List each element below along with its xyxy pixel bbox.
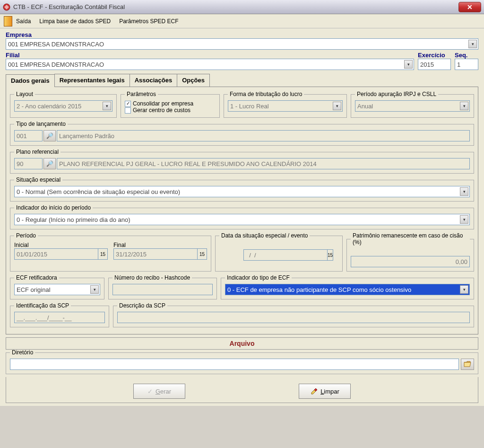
close-button[interactable]: ✕ bbox=[458, 2, 481, 12]
filial-value: 001 EMPRESA DEMONSTRACAO bbox=[8, 61, 104, 68]
situacao-value: 0 - Normal (Sem ocorrência de situação e… bbox=[17, 188, 180, 195]
patrimonio-input[interactable] bbox=[351, 256, 470, 267]
tab-opcoes[interactable]: Opções bbox=[177, 74, 210, 87]
calendar-icon: 15 bbox=[199, 252, 205, 257]
consolidar-label: Consolidar por empresa bbox=[133, 100, 193, 107]
calendar-icon: 15 bbox=[328, 253, 333, 258]
gerar-label-rest: erar bbox=[160, 388, 171, 395]
indicador-inicio-value: 0 - Regular (Início no primeiro dia do a… bbox=[17, 216, 130, 223]
gerar-button[interactable]: ✓ Gerar bbox=[133, 384, 185, 399]
limpar-label-rest: impar bbox=[324, 388, 339, 395]
periodo-apur-select[interactable]: Anual bbox=[355, 100, 470, 112]
close-icon: ✕ bbox=[467, 3, 473, 11]
indicador-tipo-select[interactable]: 0 - ECF de empresa não participante de S… bbox=[225, 284, 470, 295]
patrimonio-legend: Patrimônio remanescente em caso de cisão… bbox=[351, 232, 470, 246]
empresa-select[interactable]: 001 EMPRESA DEMONSTRACAO bbox=[6, 38, 478, 50]
titlebar: CTB - ECF - Escrituração Contábil Fiscal… bbox=[0, 0, 484, 14]
exit-icon[interactable] bbox=[4, 16, 12, 26]
indicador-inicio-select[interactable]: 0 - Regular (Início no primeiro dia do a… bbox=[14, 214, 470, 225]
numero-recibo-legend: Número do recibo - Hashcode bbox=[112, 274, 192, 281]
indicador-tipo-value: 0 - ECF de empresa não participante de S… bbox=[227, 286, 411, 293]
periodo-final-input[interactable] bbox=[113, 248, 198, 260]
situacao-legend: Situação especial bbox=[14, 176, 62, 183]
empresa-value: 001 EMPRESA DEMONSTRACAO bbox=[8, 41, 104, 48]
seq-label: Seq. bbox=[455, 52, 478, 59]
menubar: Saída Limpa base de dados SPED Parâmetro… bbox=[0, 14, 484, 28]
content-area: Empresa 001 EMPRESA DEMONSTRACAO Filial … bbox=[0, 28, 484, 406]
gerar-centro-label: Gerar centro de custos bbox=[133, 107, 190, 114]
situacao-select[interactable]: 0 - Normal (Sem ocorrência de situação e… bbox=[14, 186, 470, 197]
tab-representantes[interactable]: Representantes legais bbox=[54, 74, 130, 87]
tab-panel-dados: Layout 2 - Ano calendário 2015 Parâmetro… bbox=[6, 87, 478, 334]
tipo-lanc-legend: Tipo de lançamento bbox=[14, 121, 68, 127]
calendar-icon: 15 bbox=[100, 252, 105, 257]
empresa-label: Empresa bbox=[6, 31, 478, 38]
app-icon bbox=[3, 3, 10, 11]
plano-ref-code[interactable] bbox=[14, 158, 43, 169]
periodo-apur-legend: Período apuração IRPJ e CSLL bbox=[355, 91, 438, 97]
diretorio-browse-button[interactable] bbox=[461, 359, 474, 370]
layout-legend: Layout bbox=[14, 91, 35, 97]
binoculars-icon: 🔎 bbox=[46, 132, 53, 139]
indicador-tipo-legend: Indicador do tipo de ECF bbox=[225, 274, 292, 281]
id-scp-legend: Identificação da SCP bbox=[14, 302, 71, 309]
window-title: CTB - ECF - Escrituração Contábil Fiscal bbox=[13, 3, 125, 10]
forma-trib-value: 1 - Lucro Real bbox=[230, 103, 269, 110]
seq-input[interactable] bbox=[455, 59, 478, 70]
ecf-retif-select[interactable]: ECF original bbox=[14, 284, 100, 295]
tab-associacoes[interactable]: Associações bbox=[130, 74, 178, 87]
consolidar-checkbox[interactable]: ✓ bbox=[125, 101, 131, 107]
exercicio-input[interactable] bbox=[418, 59, 451, 70]
periodo-final-calendar-button[interactable]: 15 bbox=[198, 248, 207, 260]
tipo-lanc-code[interactable] bbox=[14, 130, 43, 141]
tipo-lanc-desc bbox=[57, 130, 470, 141]
limpar-button[interactable]: Limpar bbox=[299, 384, 351, 399]
plano-ref-desc bbox=[57, 158, 470, 169]
filial-select[interactable]: 001 EMPRESA DEMONSTRACAO bbox=[6, 59, 414, 70]
periodo-inicial-calendar-button[interactable]: 15 bbox=[98, 248, 108, 260]
menu-exit[interactable]: Saída bbox=[16, 18, 31, 25]
layout-select[interactable]: 2 - Ano calendário 2015 bbox=[14, 100, 112, 112]
button-bar: ✓ Gerar Limpar bbox=[6, 377, 478, 403]
binoculars-icon: 🔎 bbox=[46, 160, 53, 167]
ecf-retif-value: ECF original bbox=[17, 286, 51, 293]
plano-ref-lookup-button[interactable]: 🔎 bbox=[43, 158, 56, 169]
periodo-apur-value: Anual bbox=[357, 103, 373, 110]
periodo-inicial-label: Inicial bbox=[14, 242, 108, 248]
periodo-legend: Período bbox=[14, 232, 38, 239]
data-situacao-input[interactable] bbox=[243, 249, 328, 261]
tipo-lanc-lookup-button[interactable]: 🔎 bbox=[43, 130, 56, 141]
exercicio-label: Exercício bbox=[418, 52, 451, 59]
filial-label: Filial bbox=[6, 52, 414, 59]
checkmark-icon: ✓ bbox=[147, 388, 153, 395]
ecf-retif-legend: ECF retificadora bbox=[14, 274, 59, 281]
periodo-inicial-input[interactable] bbox=[14, 248, 98, 260]
layout-value: 2 - Ano calendário 2015 bbox=[17, 103, 81, 110]
desc-scp-input[interactable] bbox=[117, 312, 470, 323]
arquivo-section-title: Arquivo bbox=[6, 337, 478, 350]
plano-ref-legend: Plano referencial bbox=[14, 149, 60, 155]
desc-scp-legend: Descrição da SCP bbox=[117, 302, 167, 309]
eraser-icon bbox=[310, 387, 318, 396]
data-situacao-legend: Data da situação especial / evento bbox=[219, 232, 310, 239]
data-situacao-calendar-button[interactable]: 15 bbox=[328, 249, 333, 261]
forma-trib-select[interactable]: 1 - Lucro Real bbox=[228, 100, 343, 112]
id-scp-input[interactable] bbox=[14, 312, 105, 323]
folder-open-icon bbox=[464, 361, 471, 368]
numero-recibo-input[interactable] bbox=[112, 284, 213, 295]
menu-clear-sped[interactable]: Limpa base de dados SPED bbox=[39, 18, 111, 25]
tab-strip: Dados gerais Representantes legais Assoc… bbox=[6, 74, 478, 87]
diretorio-legend: Diretório bbox=[10, 349, 35, 356]
forma-trib-legend: Forma de tributação do lucro bbox=[228, 91, 304, 97]
diretorio-input[interactable] bbox=[10, 359, 459, 370]
tab-dados-gerais[interactable]: Dados gerais bbox=[6, 74, 55, 87]
params-legend: Parâmetros bbox=[125, 91, 158, 97]
gerar-centro-checkbox[interactable] bbox=[125, 107, 131, 114]
periodo-final-label: Final bbox=[113, 242, 207, 248]
menu-params-sped[interactable]: Parâmetros SPED ECF bbox=[119, 18, 178, 25]
indicador-inicio-legend: Indicador do início do período bbox=[14, 204, 93, 211]
